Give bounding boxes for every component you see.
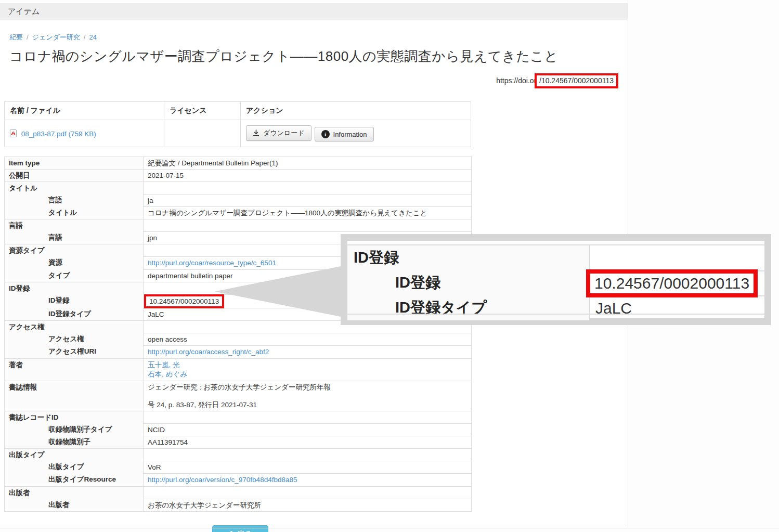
meta-value: ja — [143, 194, 471, 206]
meta-label: 公開日 — [5, 170, 143, 181]
breadcrumb: 紀要/ジェンダー研究/24 — [9, 33, 624, 42]
meta-row: アクセス権URIhttp://purl.org/coar/access_righ… — [5, 345, 471, 358]
meta-label: 言語 — [5, 231, 143, 244]
breadcrumb-link[interactable]: 紀要 — [9, 33, 23, 41]
id-registration-callout: ID登録ID登録10.24567/0002000113ID登録タイプJaLC — [341, 234, 771, 325]
pdf-icon — [10, 129, 17, 137]
doi-highlight-box[interactable]: /10.24567/0002000113 — [535, 73, 618, 88]
meta-label: 資源タイプ — [5, 244, 143, 256]
meta-label: 出版者 — [5, 487, 143, 499]
author-link[interactable]: 五十嵐, 光 — [148, 360, 180, 370]
information-button-label: Information — [333, 131, 367, 138]
meta-row: 言語 — [5, 219, 471, 231]
meta-row: 収録物識別子タイプNCID — [5, 423, 471, 436]
highlighted-id-value: 10.24567/0002000113 — [144, 294, 224, 308]
meta-value: 紀要論文 / Departmental Bulletin Paper(1) — [143, 157, 471, 169]
file-table-row: 08_p83-87.pdf (759 KB) ダウンロード i Informat… — [5, 120, 471, 147]
meta-label: ID登録 — [347, 270, 589, 295]
meta-value — [143, 487, 471, 499]
meta-label: 言語 — [5, 194, 143, 206]
meta-value: コロナ禍のシングルマザー調査プロジェクト——1800人の実態調査から見えてきたこ… — [143, 206, 471, 219]
highlighted-id-value: 10.24567/0002000113 — [586, 269, 758, 297]
meta-row: ID登録タイプJaLC — [347, 295, 764, 320]
meta-row: 出版者 — [5, 486, 471, 499]
meta-label: 著者 — [5, 359, 143, 381]
page-header-title: アイテム — [8, 7, 40, 16]
id-registration-callout-inner: ID登録ID登録10.24567/0002000113ID登録タイプJaLC — [347, 241, 764, 318]
meta-label: 書誌レコードID — [5, 411, 143, 423]
breadcrumb-link[interactable]: 24 — [89, 33, 96, 41]
doi-prefix[interactable]: https://doi.org — [496, 76, 540, 85]
meta-row: タイトルコロナ禍のシングルマザー調査プロジェクト——1800人の実態調査から見え… — [5, 206, 471, 219]
meta-row: 著者五十嵐, 光石本, めぐみ — [5, 358, 471, 381]
meta-value-line: 号 24, p. 83-87, 発行日 2021-07-31 — [148, 400, 467, 409]
download-icon — [253, 129, 259, 136]
breadcrumb-separator: / — [84, 33, 86, 41]
meta-label: 出版タイプ — [5, 461, 143, 473]
meta-label: タイトル — [5, 182, 143, 194]
author-link[interactable]: 石本, めぐみ — [148, 370, 187, 379]
meta-row: 公開日2021-07-15 — [5, 169, 471, 181]
file-download-link[interactable]: 08_p83-87.pdf (759 KB) — [21, 130, 96, 138]
meta-value — [143, 449, 471, 461]
meta-value: open access — [143, 333, 471, 345]
meta-value-link[interactable]: http://purl.org/coar/access_right/c_abf2 — [148, 347, 269, 357]
meta-value: お茶の水女子大学ジェンダー研究所 — [143, 499, 471, 511]
meta-value: 10.24567/0002000113 — [589, 270, 764, 295]
back-button[interactable]: 戻る — [212, 525, 268, 532]
meta-label: ID登録 — [5, 294, 143, 308]
meta-row: 言語ja — [5, 194, 471, 206]
file-table-header-row: 名前 / ファイル ライセンス アクション — [5, 102, 471, 120]
meta-label: 出版タイプResource — [5, 473, 143, 486]
back-button-label: 戻る — [237, 529, 252, 532]
download-button[interactable]: ダウンロード — [246, 125, 311, 141]
meta-value: ジェンダー研究 : お茶の水女子大学ジェンダー研究所年報 号 24, p. 83… — [143, 381, 471, 411]
meta-label: Item type — [5, 157, 143, 169]
meta-label: ID登録タイプ — [5, 308, 143, 320]
meta-value: http://purl.org/coar/access_right/c_abf2 — [143, 345, 471, 358]
page-bottom-divider — [0, 528, 779, 528]
meta-label: 収録物識別子 — [5, 436, 143, 448]
file-table-header-action: アクション — [241, 102, 471, 120]
meta-value-line — [148, 392, 467, 400]
meta-row: 出版者お茶の水女子大学ジェンダー研究所 — [5, 499, 471, 511]
meta-value: 2021-07-15 — [143, 170, 471, 181]
meta-value-link[interactable]: http://purl.org/coar/resource_type/c_650… — [148, 258, 276, 268]
meta-value-line: ジェンダー研究 : お茶の水女子大学ジェンダー研究所年報 — [148, 383, 467, 392]
meta-row: Item type紀要論文 / Departmental Bulletin Pa… — [5, 157, 471, 169]
meta-label: アクセス権 — [5, 321, 143, 333]
meta-label: 書誌情報 — [5, 381, 143, 411]
meta-value-link[interactable]: http://purl.org/coar/version/c_970fb48d4… — [148, 475, 297, 485]
file-table: 名前 / ファイル ライセンス アクション 08_p83-87.pdf (759… — [4, 101, 471, 147]
meta-label: 出版タイプ — [5, 449, 143, 461]
meta-row: 出版タイプVoR — [5, 461, 471, 473]
meta-value: AA11391754 — [143, 436, 471, 448]
information-button[interactable]: i Information — [315, 127, 374, 141]
callout-bottom-rule — [347, 314, 764, 315]
meta-value — [589, 245, 764, 270]
meta-value — [143, 182, 471, 194]
meta-row: 書誌情報ジェンダー研究 : お茶の水女子大学ジェンダー研究所年報 号 24, p… — [5, 381, 471, 411]
meta-label: 出版者 — [5, 499, 143, 511]
meta-row: ID登録 — [347, 244, 764, 270]
meta-row: 書誌レコードID — [5, 411, 471, 423]
meta-label: 収録物識別子タイプ — [5, 423, 143, 436]
meta-label: アクセス権 — [5, 333, 143, 345]
page-title: コロナ禍のシングルマザー調査プロジェクト——1800人の実態調査から見えてきたこ… — [9, 47, 624, 66]
meta-value: NCID — [143, 423, 471, 436]
meta-value — [143, 219, 471, 231]
breadcrumb-separator: / — [27, 33, 29, 41]
meta-value — [143, 411, 471, 423]
download-button-label: ダウンロード — [263, 128, 305, 138]
info-circle-icon: i — [321, 130, 330, 138]
meta-row: 収録物識別子AA11391754 — [5, 436, 471, 448]
page-header: アイテム — [0, 3, 628, 20]
breadcrumb-link[interactable]: ジェンダー研究 — [32, 33, 80, 41]
meta-label: アクセス権URI — [5, 345, 143, 358]
meta-label: ID登録タイプ — [347, 295, 589, 320]
meta-row: 出版タイプ — [5, 448, 471, 461]
meta-row: タイトル — [5, 181, 471, 194]
file-table-header-license: ライセンス — [164, 102, 241, 120]
meta-label: タイトル — [5, 206, 143, 219]
meta-value: VoR — [143, 461, 471, 473]
